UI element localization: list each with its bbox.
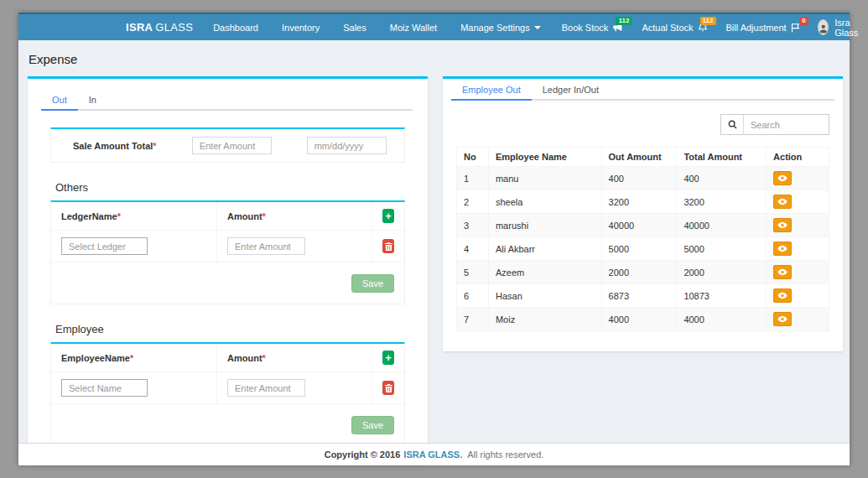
ledger-amount-cell bbox=[217, 231, 372, 262]
footer: Copyright © 2016 ISRA GLASS. All rights … bbox=[18, 443, 850, 465]
nav-item-book-stock[interactable]: Book Stock 112 bbox=[553, 13, 633, 41]
cell-no: 3 bbox=[457, 214, 489, 237]
employee-select-input[interactable] bbox=[61, 379, 148, 397]
others-save-row: Save bbox=[51, 262, 404, 304]
cell-no: 5 bbox=[457, 261, 489, 284]
table-row: 4Ali Akbarr50005000 bbox=[457, 237, 829, 261]
add-ledger-button[interactable]: + bbox=[382, 209, 394, 223]
col-action: Action bbox=[767, 148, 829, 167]
view-button[interactable] bbox=[773, 312, 792, 326]
user-name: Isra Glass bbox=[834, 18, 863, 38]
table-row: 1manu400400 bbox=[457, 167, 829, 190]
delete-ledger-button[interactable] bbox=[382, 239, 394, 253]
required-marker: * bbox=[262, 353, 266, 363]
expense-tabs: Out In bbox=[41, 89, 413, 111]
nav-item-label: Moiz Wallet bbox=[390, 23, 437, 33]
cell-employee-name: Hasan bbox=[488, 284, 601, 308]
ledger-name-header: LedgerName* bbox=[51, 202, 217, 231]
ledger-select-input[interactable] bbox=[61, 237, 148, 255]
view-button[interactable] bbox=[773, 242, 792, 256]
cell-action bbox=[767, 261, 829, 284]
sale-date-input[interactable] bbox=[307, 137, 387, 154]
eye-icon bbox=[777, 245, 787, 252]
tab-out[interactable]: Out bbox=[41, 89, 78, 111]
user-menu[interactable]: Isra Glass bbox=[809, 18, 868, 38]
nav-item-sales[interactable]: Sales bbox=[331, 13, 378, 41]
employee-amount-input[interactable] bbox=[227, 379, 305, 397]
main-nav: Dashboard Inventory Sales Moiz Wallet Ma… bbox=[201, 13, 553, 41]
cell-no: 1 bbox=[457, 167, 489, 190]
tab-employee-out[interactable]: Employee Out bbox=[451, 79, 532, 101]
tab-ledger-in-out[interactable]: Ledger In/Out bbox=[532, 79, 610, 101]
brand-logo[interactable]: ISRAGLASS bbox=[126, 21, 193, 34]
cell-out-amount: 3200 bbox=[601, 190, 677, 214]
cell-no: 4 bbox=[457, 237, 489, 261]
delete-employee-cell bbox=[372, 372, 404, 404]
nav-item-actual-stock[interactable]: Actual Stock 112 bbox=[632, 13, 716, 41]
table-row: 5Azeem20002000 bbox=[457, 261, 829, 284]
eye-icon bbox=[777, 268, 787, 276]
eye-icon bbox=[777, 315, 787, 323]
table-row: 3marushi4000040000 bbox=[457, 214, 829, 237]
cell-total-amount: 400 bbox=[677, 167, 767, 190]
col-out-amount: Out Amount bbox=[601, 148, 677, 167]
save-employee-button[interactable]: Save bbox=[351, 416, 394, 434]
eye-icon bbox=[777, 292, 787, 299]
delete-employee-button[interactable] bbox=[382, 381, 394, 395]
nav-stat-label: Actual Stock bbox=[642, 23, 693, 33]
table-header-row: No Employee Name Out Amount Total Amount… bbox=[457, 148, 829, 167]
add-employee-button[interactable]: + bbox=[382, 351, 394, 365]
eye-icon bbox=[777, 221, 787, 229]
flag-icon: 0 bbox=[791, 23, 800, 33]
nav-item-dashboard[interactable]: Dashboard bbox=[201, 13, 270, 41]
cell-action bbox=[767, 284, 829, 308]
brand-bold: ISRA bbox=[126, 21, 153, 34]
others-section: LedgerName* Amount* + bbox=[50, 200, 405, 304]
tab-in[interactable]: In bbox=[78, 89, 107, 111]
others-heading: Others bbox=[55, 181, 405, 194]
bullhorn-icon: 112 bbox=[612, 23, 623, 33]
book-stock-badge: 112 bbox=[616, 17, 632, 26]
caret-down-icon bbox=[534, 26, 541, 29]
required-marker: * bbox=[117, 211, 121, 221]
footer-brand-link[interactable]: ISRA GLASS. bbox=[403, 449, 462, 460]
cell-employee-name: sheela bbox=[488, 190, 601, 214]
cell-employee-name: marushi bbox=[488, 214, 601, 237]
view-button[interactable] bbox=[773, 171, 792, 185]
navbar-right: Book Stock 112 Actual Stock 112 Bill Adj… bbox=[553, 13, 868, 41]
col-total-amount: Total Amount bbox=[677, 148, 767, 167]
cell-no: 7 bbox=[457, 308, 489, 331]
delete-ledger-cell bbox=[372, 231, 404, 262]
view-button[interactable] bbox=[773, 218, 792, 232]
cell-out-amount: 5000 bbox=[601, 237, 677, 261]
employee-section: EmployeeName* Amount* + bbox=[50, 342, 405, 446]
employee-select-cell bbox=[51, 372, 217, 404]
save-others-button[interactable]: Save bbox=[351, 274, 394, 293]
sale-amount-input[interactable] bbox=[192, 137, 272, 154]
view-button[interactable] bbox=[773, 195, 792, 209]
cell-total-amount: 40000 bbox=[677, 214, 767, 237]
actual-stock-badge: 112 bbox=[700, 17, 716, 26]
employee-name-header: EmployeeName* bbox=[51, 344, 217, 372]
nav-item-inventory[interactable]: Inventory bbox=[270, 13, 331, 41]
expense-form-card: Out In Sale Amount Total* Others LedgerN… bbox=[28, 76, 428, 464]
search-input[interactable] bbox=[744, 115, 829, 134]
nav-item-bill-adjustment[interactable]: Bill Adjustment 0 bbox=[717, 13, 809, 41]
nav-item-label: Sales bbox=[343, 23, 366, 33]
view-button[interactable] bbox=[773, 288, 792, 303]
cell-action bbox=[767, 308, 829, 331]
eye-icon bbox=[777, 198, 787, 205]
employee-amount-cell bbox=[217, 372, 372, 404]
nav-item-moiz-wallet[interactable]: Moiz Wallet bbox=[378, 13, 449, 41]
sale-amount-section: Sale Amount Total* bbox=[50, 127, 405, 163]
footer-copyright: Copyright © 2016 bbox=[325, 449, 401, 460]
employee-heading: Employee bbox=[55, 323, 405, 335]
col-no: No bbox=[457, 148, 489, 167]
brand-light: GLASS bbox=[155, 21, 193, 34]
view-button[interactable] bbox=[773, 265, 792, 279]
table-row: 7Moiz40004000 bbox=[457, 308, 829, 331]
nav-item-manage-settings[interactable]: Manage Settings bbox=[449, 13, 553, 41]
cell-total-amount: 5000 bbox=[677, 237, 767, 261]
ledger-amount-input[interactable] bbox=[227, 237, 305, 255]
cell-employee-name: Ali Akbarr bbox=[488, 237, 601, 261]
